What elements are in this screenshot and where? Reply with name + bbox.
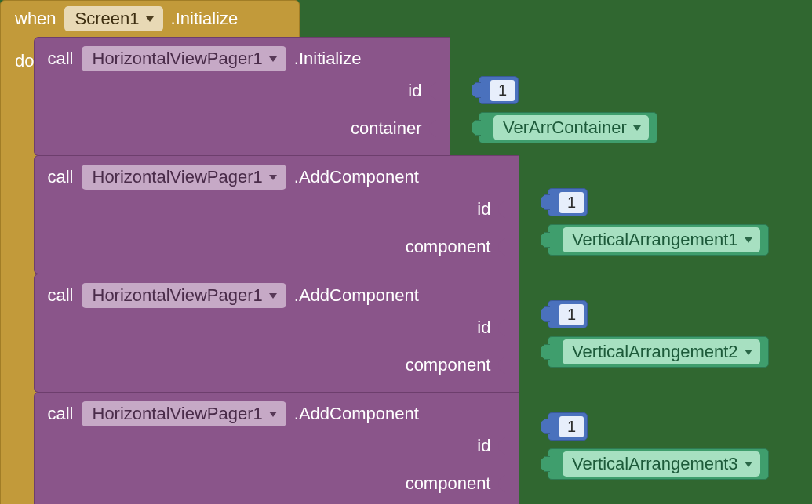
number-value[interactable]: 1 — [548, 300, 588, 328]
chevron-down-icon — [146, 16, 154, 22]
number-value[interactable]: 1 — [548, 412, 588, 441]
component-value-dropdown[interactable]: VerticalArrangement2 — [563, 339, 760, 364]
call-block-initialize[interactable]: call HorizontalViewPager1 .Initialize id… — [34, 37, 450, 156]
param-label-component: component — [406, 473, 496, 494]
component-value[interactable]: VerticalArrangement1 — [548, 224, 769, 256]
socket[interactable] — [506, 352, 519, 379]
chevron-down-icon — [745, 462, 752, 467]
chevron-down-icon — [269, 56, 277, 62]
chevron-down-icon — [269, 175, 277, 180]
socket[interactable] — [437, 115, 450, 142]
socket[interactable] — [437, 78, 450, 104]
param-label-id: id — [477, 199, 495, 219]
component-value-label: VerticalArrangement1 — [572, 230, 738, 250]
component-dropdown-label: HorizontalViewPager1 — [93, 49, 263, 69]
param-label-id: id — [408, 81, 426, 101]
param-label-id: id — [477, 436, 495, 456]
screen-dropdown[interactable]: Screen1 — [64, 6, 163, 31]
component-dropdown[interactable]: HorizontalViewPager1 — [82, 401, 286, 426]
when-keyword: when — [15, 9, 56, 29]
number-value[interactable]: 1 — [548, 188, 588, 216]
number-value-text: 1 — [490, 80, 515, 101]
call-method-suffix: .Initialize — [294, 49, 362, 69]
do-body: call HorizontalViewPager1 .Initialize id… — [34, 37, 519, 504]
component-value-dropdown[interactable]: VerArrContainer — [493, 115, 649, 140]
chevron-down-icon — [269, 412, 277, 417]
param-label-component: component — [406, 237, 496, 257]
socket[interactable] — [506, 234, 519, 260]
call-method-suffix: .AddComponent — [294, 167, 419, 187]
component-value-label: VerticalArrangement3 — [572, 454, 738, 474]
component-dropdown[interactable]: HorizontalViewPager1 — [82, 165, 286, 190]
number-value-text: 1 — [559, 304, 584, 325]
param-label-id: id — [477, 317, 495, 338]
call-block-addcomponent[interactable]: call HorizontalViewPager1 .AddComponent … — [34, 392, 519, 504]
param-label-component: component — [406, 355, 496, 375]
call-block-addcomponent[interactable]: call HorizontalViewPager1 .AddComponent … — [34, 155, 519, 274]
component-dropdown-label: HorizontalViewPager1 — [93, 285, 263, 306]
param-label-container: container — [351, 118, 427, 139]
chevron-down-icon — [745, 350, 752, 355]
socket[interactable] — [506, 470, 519, 497]
component-value-dropdown[interactable]: VerticalArrangement3 — [563, 451, 760, 477]
component-value[interactable]: VerticalArrangement2 — [548, 336, 769, 368]
chevron-down-icon — [269, 293, 277, 299]
component-value[interactable]: VerticalArrangement3 — [548, 448, 769, 480]
component-dropdown-label: HorizontalViewPager1 — [93, 167, 263, 187]
component-dropdown[interactable]: HorizontalViewPager1 — [82, 283, 286, 308]
call-keyword: call — [47, 285, 73, 306]
call-keyword: call — [47, 404, 73, 424]
component-dropdown-label: HorizontalViewPager1 — [93, 404, 263, 424]
socket[interactable] — [506, 196, 519, 223]
component-dropdown[interactable]: HorizontalViewPager1 — [82, 46, 286, 71]
do-keyword: do — [1, 37, 34, 71]
call-method-suffix: .AddComponent — [294, 404, 419, 424]
call-keyword: call — [47, 167, 73, 187]
call-method-suffix: .AddComponent — [294, 285, 419, 306]
number-value[interactable]: 1 — [479, 76, 519, 104]
screen-dropdown-label: Screen1 — [75, 9, 140, 29]
event-method-suffix: .Initialize — [171, 9, 239, 29]
component-value-label: VerArrContainer — [503, 118, 627, 138]
call-keyword: call — [47, 49, 73, 69]
socket[interactable] — [506, 314, 519, 341]
call-block-addcomponent[interactable]: call HorizontalViewPager1 .AddComponent … — [34, 274, 519, 393]
component-value[interactable]: VerArrContainer — [479, 112, 657, 143]
number-value-text: 1 — [559, 416, 584, 437]
event-block-initialize[interactable]: when Screen1 .Initialize do call Horizon… — [0, 0, 300, 504]
chevron-down-icon — [633, 125, 641, 131]
chevron-down-icon — [745, 237, 752, 243]
component-value-label: VerticalArrangement2 — [572, 342, 738, 362]
socket[interactable] — [506, 433, 519, 459]
number-value-text: 1 — [559, 192, 584, 213]
component-value-dropdown[interactable]: VerticalArrangement1 — [563, 227, 760, 252]
